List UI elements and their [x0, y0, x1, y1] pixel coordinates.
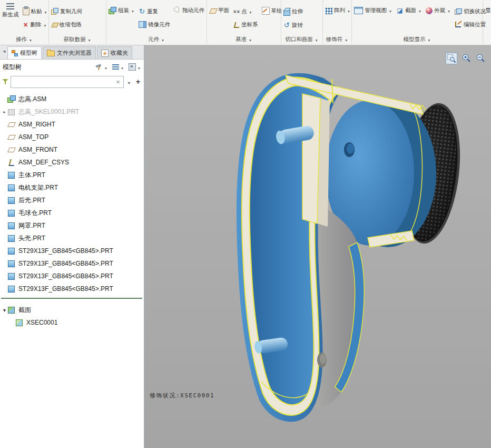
mirror-component-button[interactable]: 镜像元件 — [138, 21, 171, 29]
button-label: 阵列 — [334, 7, 345, 14]
zoom-window-icon[interactable] — [446, 53, 457, 64]
display-overflow-button[interactable]: 显 — [484, 6, 491, 15]
settings-icon — [129, 63, 136, 71]
clear-search-icon[interactable] — [115, 77, 121, 86]
tree-item-xsec[interactable]: XSEC0001 — [0, 316, 144, 329]
tree-item[interactable]: 网罩.PRT — [0, 219, 144, 232]
dropdown-arrow-icon[interactable] — [44, 8, 48, 15]
sections-button[interactable]: 截面 — [395, 6, 423, 15]
part-icon — [7, 272, 16, 280]
zoom-out-icon[interactable] — [475, 53, 486, 63]
tree-settings-button[interactable] — [129, 62, 141, 72]
button-label: 拉伸 — [292, 8, 303, 15]
handle-hole — [317, 353, 327, 367]
drag-cursor-icon — [174, 7, 181, 14]
drag-component-button[interactable]: 拖动元件 — [173, 6, 205, 15]
sketch-button[interactable]: 草绘 — [261, 6, 283, 15]
csys-icon — [7, 159, 16, 166]
tree-item[interactable]: ASM_TOP — [0, 131, 144, 143]
dropdown-arrow-icon[interactable] — [447, 7, 451, 14]
dropdown-arrow-icon[interactable] — [131, 7, 135, 14]
ribbon: 新生成 粘贴 删除 操作 — [0, 0, 491, 45]
dropdown-arrow-icon[interactable] — [388, 7, 392, 14]
group-label-operations[interactable]: 操作 — [0, 35, 48, 44]
new-generate-button[interactable]: 新生成 — [1, 3, 20, 19]
edit-position-icon — [455, 21, 462, 28]
tab-model-tree[interactable]: 模型树 — [7, 46, 42, 59]
button-label: 拖动元件 — [182, 7, 204, 14]
plane-button[interactable]: 平面 — [208, 6, 230, 15]
tree-item[interactable]: ASM_FRONT — [0, 143, 144, 156]
group-label-datum[interactable]: 基准 — [207, 35, 281, 44]
delete-button[interactable]: 删除 — [22, 21, 49, 29]
expand-all-icon[interactable] — [134, 77, 142, 86]
button-label: 切换状况 — [464, 8, 486, 15]
panel-collapse-icon[interactable] — [1, 48, 7, 59]
manage-views-button[interactable]: 管理视图 — [353, 6, 394, 15]
dropdown-arrow-icon[interactable] — [120, 62, 124, 72]
collapse-arrow-icon[interactable] — [2, 306, 7, 314]
tree-item[interactable]: ST29X13F_GB845<GB845>.PRT — [0, 245, 144, 257]
tree-item[interactable]: ST29X13F_GB845<GB845>.PRT — [0, 270, 144, 283]
group-label-get-data[interactable]: 获取数据 — [49, 35, 106, 44]
tree-item[interactable]: ▸志高_SKEL0001.PRT — [0, 105, 144, 118]
sketch-icon — [262, 7, 270, 15]
tab-folder-browser[interactable]: 文件夹浏览器 — [43, 46, 96, 59]
dropdown-arrow-icon[interactable] — [347, 7, 351, 14]
shrinkwrap-button[interactable]: 收缩包络 — [50, 21, 83, 29]
group-label-component[interactable]: 元件 — [106, 35, 207, 44]
filter-funnel-icon[interactable] — [2, 79, 9, 85]
tree-item[interactable]: ASM_DEF_CSYS — [0, 156, 144, 169]
tree-columns-button[interactable] — [112, 62, 124, 72]
tree-item[interactable]: ST29X13F_GB845<GB845>.PRT — [0, 257, 144, 270]
tree-item-label: 主体.PRT — [18, 171, 45, 180]
search-options-dropdown-icon[interactable] — [125, 77, 133, 86]
point-button[interactable]: 点 — [232, 7, 259, 16]
tree-item[interactable]: ASM_RIGHT — [0, 118, 144, 131]
tree-item[interactable]: 志高.ASM — [0, 93, 144, 105]
group-label-cut-surface[interactable]: 切口和曲面 — [281, 35, 322, 44]
tree-item[interactable]: 头壳.PRT — [0, 232, 144, 245]
graphics-viewport[interactable]: 修饰状况:XSEC0001 — [144, 45, 491, 448]
tree-item-label: 网罩.PRT — [18, 221, 45, 230]
tree-item[interactable]: 毛球仓.PRT — [0, 207, 144, 219]
button-label: 复制几何 — [60, 8, 82, 15]
copy-geometry-button[interactable]: 复制几何 — [50, 7, 83, 16]
toggle-status-button[interactable]: 切换状况 — [454, 7, 487, 16]
button-label: 草绘 — [271, 7, 282, 15]
model-3d-view[interactable] — [144, 45, 491, 448]
repeat-button[interactable]: 重复 — [138, 7, 171, 16]
tree-group-sections[interactable]: 截面 — [0, 304, 144, 316]
dropdown-arrow-icon[interactable] — [249, 8, 253, 15]
paste-button[interactable]: 粘贴 — [22, 7, 49, 16]
expand-arrow-icon[interactable]: ▸ — [2, 110, 7, 114]
tree-item[interactable]: 后壳.PRT — [0, 194, 144, 207]
tab-favorites[interactable]: 收藏夹 — [97, 46, 132, 59]
tree-item[interactable]: ST29X13F_GB845<GB845>.PRT — [0, 283, 144, 295]
zoom-in-icon[interactable] — [461, 53, 472, 63]
group-label-model-display[interactable]: 模型显示 — [352, 35, 483, 44]
tree-item[interactable]: 电机支架.PRT — [0, 181, 144, 194]
tree-item[interactable]: 主体.PRT — [0, 169, 144, 181]
edit-position-button[interactable]: 编辑位置 — [454, 21, 487, 29]
extrude-button[interactable]: 拉伸 — [282, 7, 304, 16]
tree-separator — [1, 298, 142, 299]
dropdown-arrow-icon[interactable] — [137, 62, 141, 72]
group-label-modifiers[interactable]: 修饰符 — [323, 35, 351, 44]
part-icon — [7, 209, 16, 217]
button-label: 收缩包络 — [60, 21, 82, 28]
csys-button[interactable]: 坐标系 — [232, 21, 259, 29]
dropdown-arrow-icon[interactable] — [418, 7, 422, 14]
appearance-button[interactable]: 外观 — [425, 6, 452, 15]
extrude-icon — [283, 10, 290, 16]
tree-search-input[interactable] — [13, 78, 115, 85]
pattern-button[interactable]: 阵列 — [324, 6, 352, 15]
part-icon — [7, 184, 16, 191]
dropdown-arrow-icon[interactable] — [104, 62, 108, 72]
assemble-button[interactable]: 组装 — [107, 6, 136, 15]
dropdown-arrow-icon — [344, 36, 348, 43]
revolve-icon — [283, 22, 290, 29]
tree-filters-button[interactable] — [95, 62, 108, 72]
revolve-button[interactable]: 旋转 — [282, 21, 304, 30]
dropdown-arrow-icon[interactable] — [43, 22, 47, 28]
